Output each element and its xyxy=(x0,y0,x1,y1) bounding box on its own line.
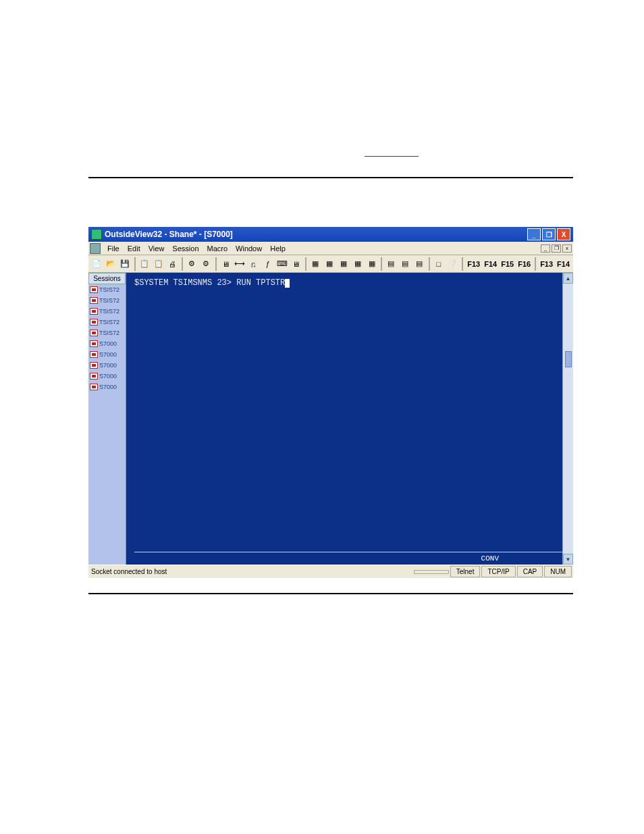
toolbar-macro3-icon[interactable]: ▦ xyxy=(338,257,350,271)
session-item[interactable]: S7000 xyxy=(88,360,126,371)
session-label: S7000 xyxy=(99,362,117,369)
session-item[interactable]: TSIS72 xyxy=(88,295,126,306)
scroll-up-button[interactable]: ▲ xyxy=(563,273,573,284)
window-title: OutsideView32 - Shane* - [S7000] xyxy=(105,230,526,239)
fkey-f14b[interactable]: F14 xyxy=(555,260,572,268)
toolbar-layout2-icon[interactable]: ▤ xyxy=(399,257,412,271)
menu-session[interactable]: Session xyxy=(168,243,203,254)
session-label: S7000 xyxy=(99,373,117,380)
session-icon xyxy=(90,297,98,304)
window-maximize-button[interactable]: ❐ xyxy=(542,228,556,240)
session-icon xyxy=(90,384,98,390)
toolbar-open-icon[interactable]: 📂 xyxy=(105,257,117,271)
status-cell-caps: CAP xyxy=(517,566,543,577)
status-message: Socket connected to host xyxy=(88,568,414,575)
status-cell-transport: TCP/IP xyxy=(481,566,515,577)
window-minimize-button[interactable]: _ xyxy=(527,228,541,240)
toolbar-terminal-icon[interactable]: 🖥 xyxy=(219,257,232,271)
session-item[interactable]: S7000 xyxy=(88,382,126,392)
session-item[interactable]: S7000 xyxy=(88,349,126,360)
session-label: TSIS72 xyxy=(99,308,119,315)
app-icon xyxy=(91,229,102,240)
menu-edit[interactable]: Edit xyxy=(124,243,144,254)
status-cell-protocol: Telnet xyxy=(450,566,481,577)
session-item[interactable]: TSIS72 xyxy=(88,328,126,338)
session-icon xyxy=(90,340,98,347)
terminal-prompt-line: $SYSTEM TSIMSNMS 23> RUN TPTSTR xyxy=(134,278,290,288)
fkey-f13[interactable]: F13 xyxy=(465,260,482,268)
session-label: TSIS72 xyxy=(99,297,119,304)
session-item[interactable]: TSIS72 xyxy=(88,317,126,328)
menu-view[interactable]: View xyxy=(144,243,169,254)
toolbar-save-icon[interactable]: 💾 xyxy=(119,257,132,271)
toolbar-connect-icon[interactable]: ⟷ xyxy=(234,257,246,271)
horizontal-rule-top xyxy=(88,177,573,178)
status-cell-empty xyxy=(414,570,449,574)
session-label: S7000 xyxy=(99,351,117,358)
mdi-close-button[interactable]: x xyxy=(562,244,572,253)
session-label: TSIS72 xyxy=(99,319,119,325)
toolbar-reset-icon[interactable]: ⎌ xyxy=(247,257,260,271)
toolbar-help-icon[interactable]: ❔ xyxy=(446,257,459,271)
document-icon xyxy=(90,243,101,254)
scroll-down-button[interactable]: ▼ xyxy=(563,554,573,565)
terminal-cursor xyxy=(285,279,290,288)
menu-window[interactable]: Window xyxy=(232,243,266,254)
toolbar-copy-icon[interactable]: 📋 xyxy=(138,257,151,271)
toolbar-function-icon[interactable]: ƒ xyxy=(261,257,274,271)
toolbar-window-icon[interactable]: □ xyxy=(433,257,446,271)
toolbar-keyboard-icon[interactable]: ⌨ xyxy=(275,257,288,271)
toolbar-new-icon[interactable]: 📄 xyxy=(90,257,103,271)
client-area: Sessions TSIS72 TSIS72 TSIS72 TSIS72 TSI… xyxy=(88,273,573,565)
fkey-f14[interactable]: F14 xyxy=(482,260,499,268)
sessions-sidebar: Sessions TSIS72 TSIS72 TSIS72 TSIS72 TSI… xyxy=(88,273,126,565)
mdi-minimize-button[interactable]: _ xyxy=(541,244,550,253)
toolbar: 📄 📂 💾 📋 📋 🖨 ⚙ ⚙ 🖥 ⟷ ⎌ ƒ ⌨ 🖥 ▦ ▦ ▦ ▦ ▦ ▤ … xyxy=(88,255,573,273)
session-icon xyxy=(90,373,98,380)
fkey-f15[interactable]: F15 xyxy=(499,260,516,268)
session-item[interactable]: TSIS72 xyxy=(88,306,126,317)
window-close-button[interactable]: X xyxy=(557,228,570,240)
toolbar-macro1-icon[interactable]: ▦ xyxy=(309,257,322,271)
scroll-thumb[interactable] xyxy=(565,351,572,367)
sessions-header: Sessions xyxy=(88,273,126,284)
session-icon xyxy=(90,362,98,369)
fkey-f16[interactable]: F16 xyxy=(516,260,533,268)
toolbar-macro4-icon[interactable]: ▦ xyxy=(351,257,364,271)
status-cell-num: NUM xyxy=(544,566,572,577)
fkeys-group-a: F13 F14 F15 F16 F13 F14 xyxy=(460,257,572,271)
menu-file[interactable]: File xyxy=(103,243,124,254)
mdi-restore-button[interactable]: ❐ xyxy=(552,244,561,253)
session-label: S7000 xyxy=(99,384,117,390)
session-item[interactable]: S7000 xyxy=(88,338,126,349)
toolbar-layout3-icon[interactable]: ▤ xyxy=(413,257,426,271)
menu-help[interactable]: Help xyxy=(266,243,290,254)
toolbar-layout1-icon[interactable]: ▤ xyxy=(385,257,398,271)
toolbar-print-icon[interactable]: 🖨 xyxy=(166,257,179,271)
terminal-conv-indicator: CONV xyxy=(481,554,499,563)
session-icon xyxy=(90,330,98,336)
toolbar-macro5-icon[interactable]: ▦ xyxy=(365,257,378,271)
menu-macro[interactable]: Macro xyxy=(203,243,232,254)
window-titlebar[interactable]: OutsideView32 - Shane* - [S7000] _ ❐ X xyxy=(88,227,573,242)
toolbar-settings2-icon[interactable]: ⚙ xyxy=(200,257,213,271)
horizontal-rule-bottom xyxy=(88,593,573,594)
status-bar: Socket connected to host Telnet TCP/IP C… xyxy=(88,565,573,578)
page-header-link-underline xyxy=(365,147,419,157)
vertical-scrollbar[interactable]: ▲ ▼ xyxy=(562,273,573,565)
toolbar-paste-icon[interactable]: 📋 xyxy=(152,257,165,271)
terminal-area[interactable]: $SYSTEM TSIMSNMS 23> RUN TPTSTR CONV xyxy=(126,273,562,565)
session-item[interactable]: TSIS72 xyxy=(88,284,126,295)
session-icon xyxy=(90,308,98,315)
menu-bar: File Edit View Session Macro Window Help… xyxy=(88,242,573,255)
session-item[interactable]: S7000 xyxy=(88,371,126,382)
session-icon xyxy=(90,286,98,293)
screenshot-window: OutsideView32 - Shane* - [S7000] _ ❐ X F… xyxy=(88,227,573,578)
toolbar-screen-icon[interactable]: 🖥 xyxy=(290,257,302,271)
session-icon xyxy=(90,319,98,325)
toolbar-settings1-icon[interactable]: ⚙ xyxy=(186,257,198,271)
session-label: S7000 xyxy=(99,340,117,347)
fkey-f13b[interactable]: F13 xyxy=(538,260,555,268)
terminal-separator-line xyxy=(134,552,562,552)
toolbar-macro2-icon[interactable]: ▦ xyxy=(323,257,336,271)
